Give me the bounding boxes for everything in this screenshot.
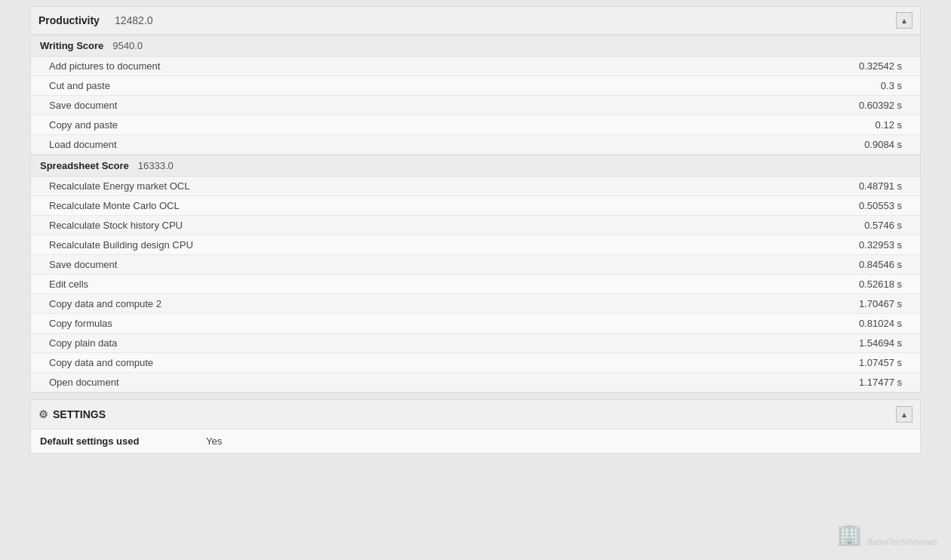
- writing-row: Load document 0.9084 s: [31, 135, 920, 155]
- spreadsheet-row: Copy data and compute 2 1.70467 s: [31, 294, 920, 314]
- spreadsheet-row-value: 0.52618 s: [842, 278, 902, 290]
- spreadsheet-row-value: 0.48791 s: [842, 180, 902, 192]
- spreadsheet-rows: Recalculate Energy market OCL 0.48791 s …: [31, 177, 920, 392]
- writing-row-label: Copy and paste: [49, 119, 118, 131]
- spreadsheet-row-label: Copy plain data: [49, 337, 117, 349]
- spreadsheet-row: Recalculate Energy market OCL 0.48791 s: [31, 177, 920, 196]
- spreadsheet-row-value: 0.5746 s: [842, 220, 902, 231]
- spreadsheet-row-label: Edit cells: [49, 278, 88, 290]
- spreadsheet-row-value: 0.50553 s: [842, 200, 902, 211]
- spreadsheet-row-label: Copy data and compute: [49, 357, 153, 368]
- default-settings-label: Default settings used: [40, 435, 206, 447]
- spreadsheet-row-value: 1.17477 s: [842, 377, 902, 388]
- default-settings-row: Default settings used Yes: [31, 429, 920, 453]
- spreadsheet-row-label: Recalculate Building design CPU: [49, 239, 193, 251]
- writing-score-value: 9540.0: [112, 40, 143, 51]
- spreadsheet-row-value: 1.54694 s: [842, 337, 902, 349]
- spreadsheet-row: Open document 1.17477 s: [31, 373, 920, 392]
- spreadsheet-row: Save document 0.84546 s: [31, 255, 920, 275]
- settings-panel-header[interactable]: ⚙ SETTINGS ▲: [31, 400, 920, 429]
- gear-icon: ⚙: [38, 408, 48, 420]
- writing-row-label: Save document: [49, 100, 117, 111]
- spreadsheet-score-title: Spreadsheet Score: [40, 160, 129, 171]
- writing-row: Copy and paste 0.12 s: [31, 115, 920, 135]
- productivity-title: Productivity: [38, 14, 100, 26]
- spreadsheet-row-value: 0.32953 s: [842, 239, 902, 251]
- settings-collapse-btn[interactable]: ▲: [896, 406, 913, 423]
- spreadsheet-row-label: Copy formulas: [49, 318, 112, 329]
- default-settings-value: Yes: [206, 435, 222, 447]
- spreadsheet-row: Copy plain data 1.54694 s: [31, 334, 920, 353]
- writing-row-value: 0.60392 s: [842, 100, 902, 111]
- settings-panel: ⚙ SETTINGS ▲ Default settings used Yes: [30, 399, 921, 454]
- writing-score-title: Writing Score: [40, 40, 103, 51]
- collapse-icon: ▲: [900, 17, 908, 25]
- writing-score-header: Writing Score 9540.0: [31, 35, 920, 57]
- watermark: 🏢 BabelTechReviews: [836, 522, 937, 546]
- spreadsheet-row-label: Recalculate Stock history CPU: [49, 220, 183, 231]
- writing-row-label: Load document: [49, 139, 117, 150]
- writing-score-section: Writing Score 9540.0 Add pictures to doc…: [31, 35, 920, 155]
- spreadsheet-row: Copy data and compute 1.07457 s: [31, 353, 920, 373]
- spreadsheet-score-section: Spreadsheet Score 16333.0 Recalculate En…: [31, 155, 920, 392]
- settings-title-text: SETTINGS: [53, 408, 106, 420]
- productivity-collapse-btn[interactable]: ▲: [896, 12, 913, 29]
- spreadsheet-row-label: Save document: [49, 259, 117, 270]
- writing-row-label: Cut and paste: [49, 80, 110, 91]
- spreadsheet-row-value: 1.07457 s: [842, 357, 902, 368]
- productivity-panel-header[interactable]: Productivity 12482.0 ▲: [31, 7, 920, 35]
- settings-collapse-icon: ▲: [900, 411, 908, 419]
- writing-row: Add pictures to document 0.32542 s: [31, 57, 920, 76]
- writing-rows: Add pictures to document 0.32542 s Cut a…: [31, 57, 920, 155]
- watermark-text: BabelTechReviews: [867, 537, 937, 546]
- spreadsheet-row: Recalculate Building design CPU 0.32953 …: [31, 235, 920, 255]
- spreadsheet-row-value: 0.81024 s: [842, 318, 902, 329]
- writing-row-value: 0.32542 s: [842, 60, 902, 72]
- spreadsheet-row-label: Recalculate Energy market OCL: [49, 180, 189, 192]
- spreadsheet-row: Edit cells 0.52618 s: [31, 275, 920, 294]
- spreadsheet-row-label: Copy data and compute 2: [49, 298, 162, 309]
- spreadsheet-row-label: Open document: [49, 377, 119, 388]
- writing-row-label: Add pictures to document: [49, 60, 160, 72]
- spreadsheet-score-header: Spreadsheet Score 16333.0: [31, 155, 920, 177]
- spreadsheet-row: Copy formulas 0.81024 s: [31, 314, 920, 334]
- writing-row: Cut and paste 0.3 s: [31, 76, 920, 96]
- settings-title: ⚙ SETTINGS: [38, 408, 106, 420]
- writing-row-value: 0.3 s: [842, 80, 902, 91]
- watermark-icon: 🏢: [836, 522, 863, 546]
- spreadsheet-row-value: 1.70467 s: [842, 298, 902, 309]
- spreadsheet-row-label: Recalculate Monte Carlo OCL: [49, 200, 180, 211]
- spreadsheet-row: Recalculate Stock history CPU 0.5746 s: [31, 216, 920, 235]
- spreadsheet-row-value: 0.84546 s: [842, 259, 902, 270]
- writing-row-value: 0.12 s: [842, 119, 902, 131]
- spreadsheet-score-value: 16333.0: [138, 160, 174, 171]
- spreadsheet-row: Recalculate Monte Carlo OCL 0.50553 s: [31, 196, 920, 216]
- writing-row-value: 0.9084 s: [842, 139, 902, 150]
- productivity-score: 12482.0: [115, 14, 153, 26]
- writing-row: Save document 0.60392 s: [31, 96, 920, 115]
- productivity-panel: Productivity 12482.0 ▲ Writing Score 954…: [30, 6, 921, 393]
